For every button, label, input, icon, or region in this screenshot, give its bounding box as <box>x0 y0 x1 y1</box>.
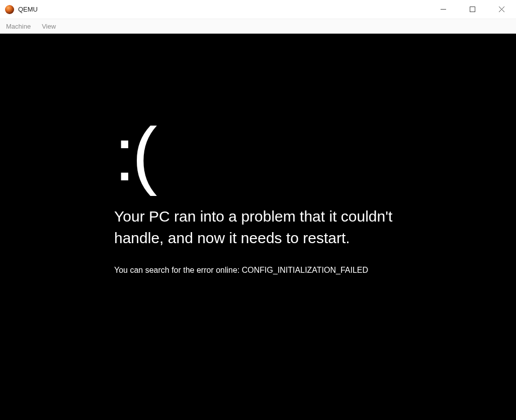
menu-machine[interactable]: Machine <box>4 22 33 31</box>
close-icon <box>499 7 504 12</box>
menubar: Machine View <box>0 19 516 34</box>
svg-rect-0 <box>470 7 475 12</box>
minimize-icon <box>441 7 446 12</box>
qemu-app-icon <box>5 5 14 14</box>
window-title: QEMU <box>18 6 38 13</box>
guest-display: :( Your PC ran into a problem that it co… <box>0 34 516 420</box>
close-button[interactable] <box>487 0 516 19</box>
maximize-button[interactable] <box>458 0 487 19</box>
maximize-icon <box>470 7 475 12</box>
crash-message: Your PC ran into a problem that it could… <box>114 206 426 249</box>
window-controls <box>428 0 516 19</box>
sad-face-icon: :( <box>114 117 486 192</box>
menu-view[interactable]: View <box>40 22 58 31</box>
minimize-button[interactable] <box>428 0 458 19</box>
window-titlebar: QEMU <box>0 0 516 19</box>
crash-error-detail: You can search for the error online: CON… <box>114 266 486 275</box>
crash-screen: :( Your PC ran into a problem that it co… <box>114 117 486 275</box>
